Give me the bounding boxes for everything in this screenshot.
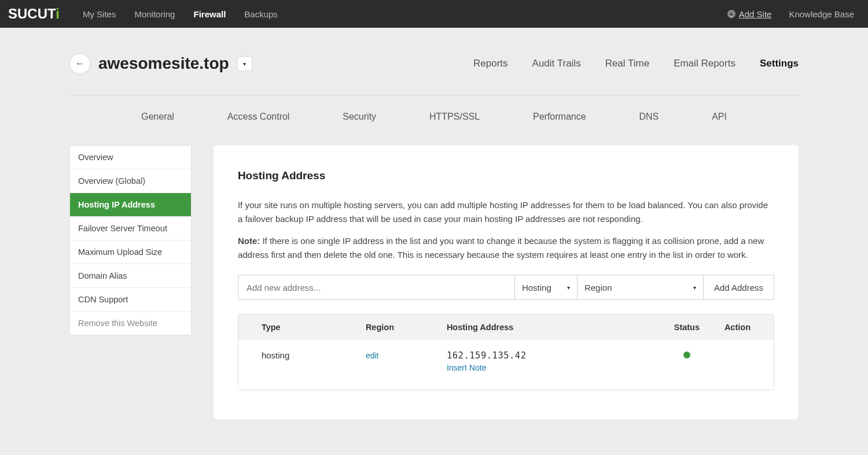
pagenav-email-reports[interactable]: Email Reports [674, 58, 735, 69]
add-address-button[interactable]: Add Address [703, 275, 774, 300]
logo-text: SUCUT [8, 6, 56, 21]
type-select-label: Hosting [522, 283, 551, 293]
logo-accent: i [56, 6, 60, 21]
th-addr: Hosting Address [447, 323, 649, 332]
topnav-my-sites[interactable]: My Sites [83, 9, 116, 19]
side-failover[interactable]: Failover Server Timeout [70, 217, 191, 241]
th-type: Type [262, 323, 366, 332]
add-site-label: Add Site [739, 9, 772, 19]
note-label: Note: [238, 236, 260, 246]
panel-heading: Hosting Address [238, 169, 774, 182]
ip-value: 162.159.135.42 [447, 350, 649, 361]
site-header-left: ← awesomesite.top ▾ [69, 53, 252, 74]
add-address-label: Add Address [714, 283, 763, 293]
th-action: Action [724, 323, 751, 332]
insert-note-link[interactable]: Insert Note [447, 363, 649, 372]
intro-paragraph: If your site runs on multiple hosting se… [238, 198, 774, 226]
page-nav: Reports Audit Trails Real Time Email Rep… [473, 58, 799, 69]
subnav-dns[interactable]: DNS [639, 112, 659, 122]
general-sidebar: Overview Overview (Global) Hosting IP Ad… [69, 145, 192, 335]
table-row: hosting edit 162.159.135.42 Insert Note [238, 340, 774, 390]
pagenav-reports[interactable]: Reports [473, 58, 508, 69]
cell-address: 162.159.135.42 Insert Note [447, 350, 649, 372]
note-text: If there is one single IP address in the… [238, 236, 764, 260]
cell-region: edit [366, 350, 447, 360]
type-select[interactable]: Hosting ▾ [514, 275, 577, 300]
main-panel: Hosting Address If your site runs on mul… [214, 145, 799, 419]
th-region: Region [366, 323, 447, 332]
content-columns: Overview Overview (Global) Hosting IP Ad… [69, 145, 799, 419]
table-header: Type Region Hosting Address Status Actio… [238, 315, 774, 340]
topnav-monitoring[interactable]: Monitoring [134, 9, 175, 19]
subnav-general[interactable]: General [141, 112, 174, 122]
side-cdn-support[interactable]: CDN Support [70, 288, 191, 312]
side-remove-website[interactable]: Remove this Website [70, 312, 191, 335]
topnav-firewall[interactable]: Firewall [193, 9, 226, 19]
cell-status [649, 350, 724, 360]
subnav-security[interactable]: Security [343, 112, 376, 122]
subnav-access-control[interactable]: Access Control [227, 112, 290, 122]
settings-subnav: General Access Control Security HTTPS/SS… [69, 112, 799, 122]
topbar: SUCUTi My Sites Monitoring Firewall Back… [0, 0, 868, 28]
site-dropdown-button[interactable]: ▾ [237, 56, 252, 71]
chevron-down-icon: ▾ [693, 284, 696, 291]
top-nav: My Sites Monitoring Firewall Backups [83, 9, 278, 19]
status-ok-icon [683, 352, 690, 358]
side-overview[interactable]: Overview [70, 146, 191, 169]
logo: SUCUTi [8, 6, 60, 22]
page-wrap: ← awesomesite.top ▾ Reports Audit Trails… [69, 28, 799, 419]
site-header: ← awesomesite.top ▾ Reports Audit Trails… [69, 53, 799, 74]
subnav-performance[interactable]: Performance [533, 112, 586, 122]
edit-region-link[interactable]: edit [366, 351, 379, 360]
subnav-https-ssl[interactable]: HTTPS/SSL [429, 112, 480, 122]
header-divider [69, 95, 799, 95]
chevron-down-icon: ▾ [567, 284, 570, 291]
region-select-label: Region [584, 283, 612, 293]
note-paragraph: Note: If there is one single IP address … [238, 234, 774, 262]
pagenav-settings[interactable]: Settings [760, 58, 799, 69]
hosting-table: Type Region Hosting Address Status Actio… [238, 314, 774, 390]
topnav-backups[interactable]: Backups [244, 9, 278, 19]
add-address-row: Hosting ▾ Region ▾ Add Address [238, 275, 774, 300]
chevron-down-icon: ▾ [243, 61, 246, 67]
subnav-api[interactable]: API [712, 112, 727, 122]
side-overview-global[interactable]: Overview (Global) [70, 169, 191, 193]
side-hosting-ip[interactable]: Hosting IP Address [70, 193, 191, 217]
pagenav-audit-trails[interactable]: Audit Trails [532, 58, 581, 69]
arrow-left-icon: ← [75, 58, 84, 69]
top-right: + Add Site Knowledge Base [727, 9, 854, 19]
side-domain-alias[interactable]: Domain Alias [70, 264, 191, 288]
add-site-link[interactable]: + Add Site [727, 9, 772, 19]
site-name: awesomesite.top [98, 54, 229, 73]
new-address-input[interactable] [238, 275, 514, 300]
cell-type: hosting [262, 350, 366, 360]
th-status: Status [649, 323, 724, 332]
pagenav-real-time[interactable]: Real Time [605, 58, 650, 69]
plus-icon: + [727, 10, 735, 18]
side-max-upload[interactable]: Maximum Upload Size [70, 241, 191, 264]
region-select[interactable]: Region ▾ [577, 275, 703, 300]
knowledge-base-link[interactable]: Knowledge Base [789, 9, 854, 19]
back-button[interactable]: ← [69, 53, 90, 74]
